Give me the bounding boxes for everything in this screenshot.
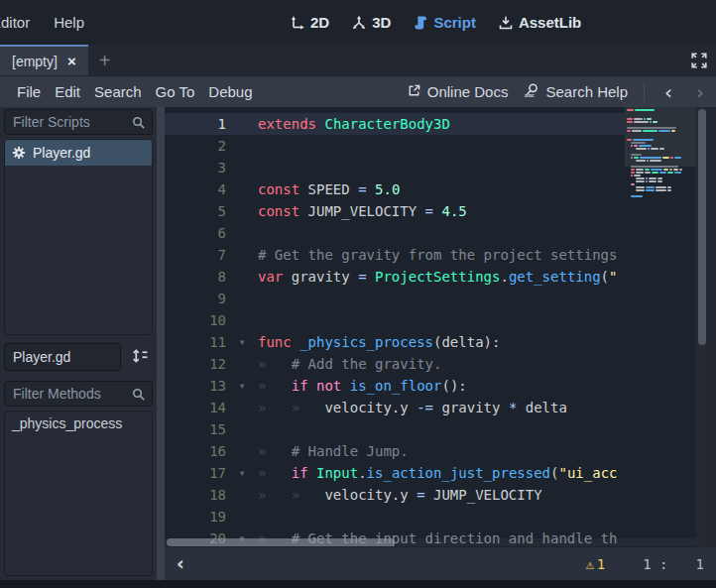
code-line[interactable]: 17▾» if Input.is_action_just_pressed("ui… xyxy=(165,462,625,484)
minimap-line xyxy=(631,183,696,185)
line-number[interactable]: 6 xyxy=(165,222,226,244)
minimap[interactable] xyxy=(625,107,696,547)
menu-search[interactable]: Search xyxy=(87,83,149,100)
workspace-switcher: 2D3DScriptAssetLib xyxy=(284,0,587,45)
workspace-script-button[interactable]: Script xyxy=(407,10,482,35)
vertical-scrollbar-thumb[interactable] xyxy=(698,109,706,345)
fold-gutter xyxy=(226,418,258,440)
code-line[interactable]: 10 xyxy=(165,309,625,331)
line-number[interactable]: 5 xyxy=(165,200,226,222)
line-number[interactable]: 14 xyxy=(165,397,226,418)
code-line[interactable]: 6 xyxy=(165,222,625,244)
sort-icon xyxy=(130,346,150,366)
line-number[interactable]: 18 xyxy=(165,484,226,506)
workspace-3d-button[interactable]: 3D xyxy=(345,10,397,35)
sort-methods-button[interactable] xyxy=(127,343,153,371)
code-viewport: 1extends CharacterBody3D234const SPEED =… xyxy=(165,107,716,547)
search-doc-icon: DOC xyxy=(524,82,539,101)
menu-debug[interactable]: Debug xyxy=(201,83,259,100)
minimap-line xyxy=(631,169,696,171)
sidebar-splitter[interactable] xyxy=(157,107,165,580)
warnings-badge[interactable]: ⚠ 1 xyxy=(585,556,605,572)
workspace-assetlib-button[interactable]: AssetLib xyxy=(492,10,587,35)
workspace-2d-button[interactable]: 2D xyxy=(284,10,335,35)
line-number[interactable]: 13 xyxy=(165,375,226,397)
minimap-line xyxy=(631,154,696,156)
search-icon xyxy=(131,115,146,130)
code-line[interactable]: 19 xyxy=(165,506,625,528)
line-number[interactable]: 2 xyxy=(165,135,226,157)
fold-arrow-icon[interactable]: ▾ xyxy=(226,331,258,353)
warning-count: 1 xyxy=(597,556,605,572)
method-list-item[interactable]: _physics_process xyxy=(5,412,152,435)
line-number[interactable]: 7 xyxy=(165,244,226,266)
minimap-line xyxy=(627,124,696,126)
horizontal-scrollbar[interactable] xyxy=(165,538,696,546)
code-line[interactable]: 8var gravity = ProjectSettings.get_setti… xyxy=(165,266,625,288)
workspace-label: AssetLib xyxy=(519,14,581,31)
minimap-line xyxy=(627,130,696,132)
line-number[interactable]: 12 xyxy=(165,353,226,375)
menu-edit[interactable]: Edit xyxy=(48,83,87,100)
minimap-line xyxy=(627,163,696,165)
code-text: # Get the gravity from the project setti… xyxy=(258,244,617,266)
code-line[interactable]: 9 xyxy=(165,288,625,309)
search-help-button[interactable]: DOC Search Help xyxy=(524,82,628,101)
close-icon[interactable]: × xyxy=(67,54,76,68)
line-number[interactable]: 4 xyxy=(165,178,226,200)
fold-gutter xyxy=(226,157,258,178)
code-line[interactable]: 14» » velocity.y -= gravity * delta xyxy=(165,397,625,418)
line-number[interactable]: 1 xyxy=(165,113,226,135)
code-line[interactable]: 13▾» if not is_on_floor(): xyxy=(165,375,625,397)
code-line[interactable]: 1extends CharacterBody3D xyxy=(165,113,625,135)
fold-gutter xyxy=(226,397,258,418)
line-number[interactable]: 9 xyxy=(165,288,226,309)
menu-editor[interactable]: Editor xyxy=(0,14,30,31)
expand-icon[interactable] xyxy=(688,50,710,71)
code-line[interactable]: 7# Get the gravity from the project sett… xyxy=(165,244,625,266)
methods-list: _physics_process xyxy=(4,411,153,576)
code-line[interactable]: 18» » velocity.y = JUMP_VELOCITY xyxy=(165,484,625,506)
line-number[interactable]: 17 xyxy=(165,462,226,484)
code-line[interactable]: 16» # Handle Jump. xyxy=(165,440,625,462)
line-number[interactable]: 3 xyxy=(165,157,226,178)
2d-axes-icon xyxy=(290,15,305,31)
menu-help[interactable]: Help xyxy=(54,14,84,31)
line-number[interactable]: 19 xyxy=(165,506,226,528)
fold-arrow-icon[interactable]: ▾ xyxy=(226,375,258,397)
line-number[interactable]: 10 xyxy=(165,309,226,331)
minimap-line xyxy=(636,186,696,188)
line-number[interactable]: 11 xyxy=(165,331,226,353)
code-line[interactable]: 11▾func _physics_process(delta): xyxy=(165,331,625,353)
fold-gutter xyxy=(226,288,258,309)
new-tab-button[interactable]: + xyxy=(88,45,122,75)
code-line[interactable]: 2 xyxy=(165,135,625,157)
vertical-scrollbar[interactable] xyxy=(696,107,708,547)
history-back-button[interactable]: ‹ xyxy=(660,82,676,102)
collapse-sidebar-button[interactable]: ‹ xyxy=(173,554,188,573)
line-number[interactable]: 16 xyxy=(165,440,226,462)
menu-goto[interactable]: Go To xyxy=(149,83,202,100)
minimap-lines xyxy=(627,109,696,198)
line-number[interactable]: 8 xyxy=(165,266,226,288)
current-script-row xyxy=(4,343,153,371)
history-forward-button[interactable]: › xyxy=(692,82,708,102)
code-line[interactable]: 4const SPEED = 5.0 xyxy=(165,178,625,200)
script-scroll-icon xyxy=(413,15,428,31)
menu-file[interactable]: File xyxy=(10,83,48,100)
line-number[interactable]: 15 xyxy=(165,418,226,440)
bottom-edge xyxy=(0,580,716,588)
tab-empty-scene[interactable]: [empty] × xyxy=(0,45,88,75)
minimap-line xyxy=(627,121,696,123)
code-area[interactable]: 1extends CharacterBody3D234const SPEED =… xyxy=(165,107,625,547)
code-line[interactable]: 3 xyxy=(165,157,625,178)
current-script-name[interactable] xyxy=(4,343,121,371)
online-docs-button[interactable]: Online Docs xyxy=(407,83,509,101)
script-list-item[interactable]: Player.gd xyxy=(5,140,152,166)
code-line[interactable]: 15 xyxy=(165,418,625,440)
fold-arrow-icon[interactable]: ▾ xyxy=(226,462,258,484)
code-line[interactable]: 12» # Add the gravity. xyxy=(165,353,625,375)
minimap-line xyxy=(636,148,696,150)
horizontal-scrollbar-thumb[interactable] xyxy=(167,538,395,546)
code-line[interactable]: 5const JUMP_VELOCITY = 4.5 xyxy=(165,200,625,222)
